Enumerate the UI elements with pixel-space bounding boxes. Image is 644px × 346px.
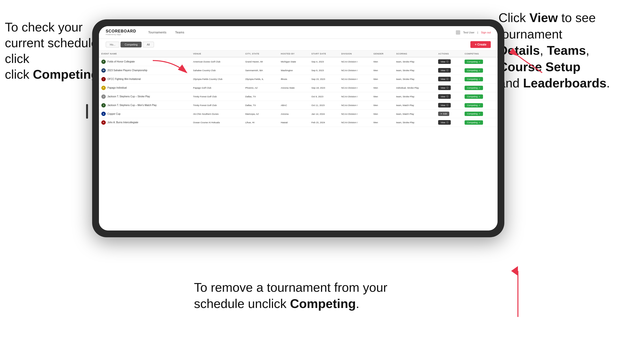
view-button[interactable]: View ⓘ (438, 77, 450, 81)
tab-all[interactable]: All (142, 42, 154, 47)
arrow-left-svg (104, 53, 172, 82)
view-button[interactable]: View ⓘ (438, 59, 450, 64)
cell-gender: Men (371, 110, 394, 118)
cell-division: NCAA Division I (339, 66, 371, 75)
actions-cell: View ⓘ (436, 84, 462, 92)
event-name: John A. Burns Intercollegiate (108, 121, 138, 124)
cell-division: NCAA Division I (339, 92, 371, 101)
cell-gender: Men (371, 118, 394, 127)
competing-button[interactable]: Competing (464, 86, 483, 90)
edit-button[interactable]: ✏ Edit (438, 112, 449, 116)
cell-venue: Sahalee Country Club (190, 66, 243, 75)
competing-cell: Competing (462, 84, 498, 92)
cell-scoring: individual, Stroke Play (394, 84, 436, 92)
annotation-left: To check your current schedule, click cl… (5, 19, 107, 82)
col-competing: COMPETING (462, 51, 498, 57)
competing-button[interactable]: Competing (464, 77, 483, 81)
navbar-brand: SCOREBOARD Powered by clippi (106, 29, 136, 36)
navbar-right: Test User | Sign out (456, 30, 491, 35)
cell-gender: Men (371, 84, 394, 92)
nav-teams[interactable]: Teams (171, 26, 189, 39)
cell-scoring: team, Stroke Play (394, 75, 436, 84)
user-icon (456, 30, 460, 35)
view-button[interactable]: View ⓘ (438, 68, 450, 73)
event-name: Papago Individual (108, 86, 127, 89)
competing-cell: Competing (462, 66, 498, 75)
team-logo: J (101, 94, 106, 99)
cell-venue: Olympia Fields Country Club (190, 75, 243, 84)
cell-city_state: Maricopa, AZ (243, 110, 278, 118)
cell-gender: Men (371, 101, 394, 110)
cell-hosted_by: Arizona (278, 110, 309, 118)
navbar: SCOREBOARD Powered by clippi Tournaments… (99, 26, 498, 39)
powered-by: Powered by clippi (106, 33, 136, 36)
cell-hosted_by (278, 92, 309, 101)
table-row: ACopper CupAk-Chin Southern DunesMaricop… (99, 110, 498, 118)
view-button[interactable]: View ⓘ (438, 85, 450, 90)
cell-venue: Ak-Chin Southern Dunes (190, 110, 243, 118)
col-actions: ACTIONS (436, 51, 462, 57)
cell-scoring: team, Stroke Play (394, 92, 436, 101)
competing-button[interactable]: Competing (464, 112, 483, 116)
create-button[interactable]: + Create (470, 41, 491, 48)
competing-cell: Competing (462, 75, 498, 84)
cell-scoring: team, Stroke Play (394, 66, 436, 75)
brand-name: SCOREBOARD (106, 29, 136, 33)
view-button[interactable]: View ⓘ (438, 120, 450, 125)
cell-start_date: Sep 15, 2023 (309, 75, 339, 84)
actions-cell: ✏ Edit (436, 110, 462, 118)
competing-cell: Competing (462, 57, 498, 66)
cell-start_date: Sep 18, 2023 (309, 84, 339, 92)
team-logo: H (101, 120, 106, 125)
cell-hosted_by: Michigan State (278, 57, 309, 66)
col-gender: GENDER (371, 51, 394, 57)
cell-hosted_by: Hawaii (278, 118, 309, 127)
view-button[interactable]: View ⓘ (438, 103, 450, 108)
sign-out-link[interactable]: Sign out (481, 31, 491, 34)
cell-venue: American Dunes Golf Club (190, 57, 243, 66)
cell-hosted_by: ABAC (278, 101, 309, 110)
competing-button[interactable]: Competing (464, 120, 483, 125)
team-logo: P (101, 86, 106, 90)
tablet-side-button (86, 104, 88, 119)
col-hosted-by: HOSTED BY (278, 51, 309, 57)
competing-button[interactable]: Competing (464, 94, 483, 99)
table-row: PPapago IndividualPapago Golf ClubPhoeni… (99, 84, 498, 92)
navbar-divider: | (478, 31, 478, 34)
col-venue: VENUE (190, 51, 243, 57)
cell-hosted_by: Illinois (278, 75, 309, 84)
tab-home[interactable]: Ho... (106, 42, 120, 47)
nav-tournaments[interactable]: Tournaments (144, 26, 171, 39)
col-city-state: CITY, STATE (243, 51, 278, 57)
toolbar: Ho... Competing All + Create (99, 39, 498, 51)
view-button[interactable]: View ⓘ (438, 94, 450, 99)
col-scoring: SCORING (394, 51, 436, 57)
cell-gender: Men (371, 66, 394, 75)
tab-competing[interactable]: Competing (120, 42, 142, 47)
cell-scoring: team, Stroke Play (394, 57, 436, 66)
team-logo: J (101, 103, 106, 108)
cell-city_state: Olympia Fields, IL (243, 75, 278, 84)
cell-division: NCAA Division I (339, 110, 371, 118)
arrow-bottom-svg (508, 269, 528, 322)
competing-button[interactable]: Competing (464, 60, 483, 64)
cell-hosted_by: Arizona State (278, 84, 309, 92)
cell-start_date: Sep 4, 2023 (309, 57, 339, 66)
competing-button[interactable]: Competing (464, 103, 483, 108)
actions-cell: View ⓘ (436, 75, 462, 84)
cell-start_date: Oct 11, 2023 (309, 101, 339, 110)
cell-venue: Papago Golf Club (190, 84, 243, 92)
arrow-right-svg (503, 34, 576, 77)
table-row: JJackson T. Stephens Cup – Men's Match P… (99, 101, 498, 110)
actions-cell: View ⓘ (436, 57, 462, 66)
cell-start_date: Feb 15, 2024 (309, 118, 339, 127)
cell-city_state: Lihue, HI (243, 118, 278, 127)
cell-hosted_by: Washington (278, 66, 309, 75)
cell-gender: Men (371, 92, 394, 101)
competing-button[interactable]: Competing (464, 68, 483, 73)
cell-city_state: Dallas, TX (243, 92, 278, 101)
competing-cell: Competing (462, 110, 498, 118)
cell-division: NCAA Division I (339, 101, 371, 110)
cell-scoring: team, Match Play (394, 110, 436, 118)
event-name: Copper Cup (108, 113, 120, 115)
